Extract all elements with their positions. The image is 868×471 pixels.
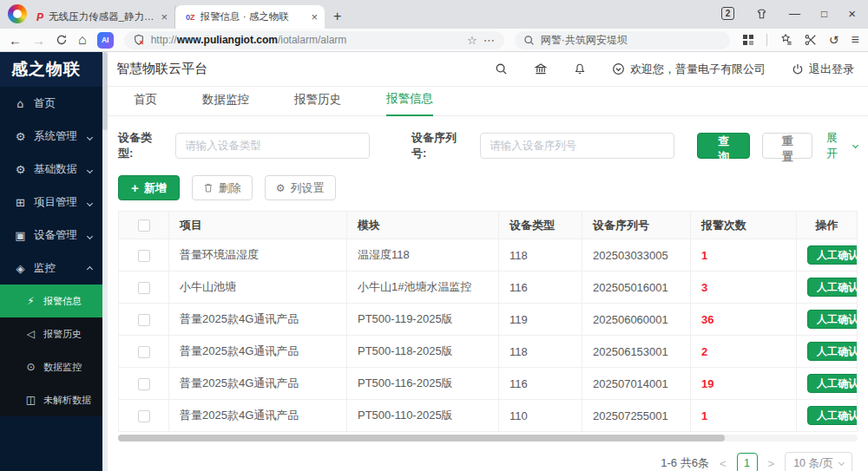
sidebar-item-label: 设备管理 <box>34 228 77 243</box>
maximize-button[interactable]: □ <box>821 8 827 20</box>
browser-search-box[interactable]: 网警·共筑网安堤坝 <box>515 31 730 49</box>
page-1-button[interactable]: 1 <box>737 453 758 471</box>
cell-project: 普量2025款4G通讯产品 <box>169 400 347 432</box>
app-header: 智慧物联云平台 欢迎您，普量电子有限公司 退出登录 <box>108 52 868 87</box>
add-button[interactable]: +新增 <box>118 175 180 200</box>
cell-module: PT500-118-2025版 <box>347 336 499 368</box>
nav-tab-首页[interactable]: 首页 <box>134 92 157 115</box>
site-favicon-icon: 0Z <box>186 13 195 22</box>
scissors-icon[interactable] <box>805 34 817 46</box>
column-settings-button[interactable]: ⚙ 列设置 <box>265 175 336 200</box>
bookmark-star-icon[interactable]: ☆ <box>467 34 477 47</box>
menu-hamburger-icon[interactable]: ≡ <box>851 33 858 47</box>
search-button[interactable]: 查 询 <box>697 133 751 159</box>
url-text[interactable]: http://www.puliangiot.com/iotalarm/alarm <box>151 34 461 46</box>
tab-close-icon[interactable]: × <box>161 10 168 23</box>
cell-serial: 202506153001 <box>582 336 691 368</box>
chevron-down-icon <box>852 141 858 147</box>
prev-page-button[interactable]: < <box>720 457 727 470</box>
manual-confirm-button[interactable]: 人工确认 <box>807 374 858 393</box>
cell-module: PT500-119-2025版 <box>347 304 499 336</box>
expand-toggle[interactable]: 展开 <box>826 130 858 161</box>
column-header-报警次数: 报警次数 <box>691 212 797 239</box>
table-row: 普量2025款4G通讯产品 PT500-119-2025版 119 202506… <box>119 304 858 336</box>
sidebar-subitem-报警信息[interactable]: ⚡ 报警信息 <box>0 285 102 317</box>
row-checkbox[interactable] <box>138 250 150 262</box>
sidebar-item-label: 项目管理 <box>34 195 77 210</box>
sidebar-item-基础数据[interactable]: ⚙ 基础数据 <box>0 153 102 186</box>
sidebar-subitem-label: 报警信息 <box>43 295 82 308</box>
table-row: 普量2025款4G通讯产品 PT500-118-2025版 118 202506… <box>119 336 858 368</box>
browser-logo-icon[interactable] <box>8 4 27 23</box>
base-data-icon: ⚙ <box>14 163 27 176</box>
delete-button[interactable]: 删除 <box>192 175 253 200</box>
chevron-down-icon <box>88 163 92 175</box>
manual-confirm-button[interactable]: 人工确认 <box>807 245 858 265</box>
page-size-select[interactable]: 10 条/页 <box>785 452 852 471</box>
nav-tab-数据监控[interactable]: 数据监控 <box>202 92 249 115</box>
sidebar-subitem-报警历史[interactable]: ◁ 报警历史 <box>0 317 102 350</box>
welcome-user[interactable]: 欢迎您，普量电子有限公司 <box>612 62 766 77</box>
manual-confirm-button[interactable]: 人工确认 <box>807 342 858 361</box>
org-bank-icon[interactable] <box>534 62 548 75</box>
next-page-button[interactable]: > <box>768 457 775 470</box>
sidebar-item-首页[interactable]: ⌂ 首页 <box>0 87 102 120</box>
row-checkbox[interactable] <box>138 282 150 294</box>
shield-insecure-icon[interactable] <box>133 34 145 46</box>
more-actions-icon[interactable]: ⋯ <box>483 34 496 47</box>
sidebar-item-监控[interactable]: ◈ 监控 <box>0 252 102 285</box>
sidebar-subitem-未解析数据[interactable]: ◫ 未解析数据 <box>0 383 102 416</box>
table-header-row: 项目模块设备类型设备序列号报警次数操作 <box>119 212 858 239</box>
table-row: 普量2025款4G通讯产品 PT500-110-2025版 110 202507… <box>119 400 858 432</box>
device-type-input[interactable] <box>175 133 370 159</box>
manual-confirm-button[interactable]: 人工确认 <box>807 278 858 297</box>
undo-icon[interactable]: ↺ <box>829 34 839 46</box>
row-checkbox[interactable] <box>138 378 150 390</box>
sidebar-menu: ⌂ 首页⚙ 系统管理⚙ 基础数据⊞ 项目管理▣ 设备管理◈ 监控⚡ 报警信息◁ … <box>0 87 102 416</box>
ai-assistant-icon[interactable]: AI <box>97 32 114 49</box>
chevron-down-icon <box>88 130 92 142</box>
address-bar[interactable]: http://www.puliangiot.com/iotalarm/alarm… <box>124 31 504 49</box>
horizontal-scrollbar-thumb[interactable] <box>118 435 725 442</box>
sidebar-item-系统管理[interactable]: ⚙ 系统管理 <box>0 120 102 153</box>
column-header-设备序列号: 设备序列号 <box>582 212 691 239</box>
reset-button[interactable]: 重 置 <box>762 133 812 159</box>
sidebar-subitem-label: 未解析数据 <box>43 394 91 407</box>
browser-tab-2-active[interactable]: 0Z 报警信息 · 感之物联 × <box>175 5 325 29</box>
tab-close-icon[interactable]: × <box>311 10 318 23</box>
window-close-button[interactable]: × <box>848 6 856 21</box>
cell-alarm-count: 3 <box>691 271 797 304</box>
row-checkbox[interactable] <box>138 346 150 358</box>
new-tab-button[interactable]: + <box>333 9 341 24</box>
serial-input[interactable] <box>480 133 674 159</box>
select-all-checkbox[interactable] <box>138 219 150 232</box>
row-checkbox[interactable] <box>138 314 150 326</box>
sidebar-item-项目管理[interactable]: ⊞ 项目管理 <box>0 186 102 219</box>
home-icon[interactable]: ⌂ <box>78 33 87 47</box>
reload-icon[interactable] <box>56 34 68 46</box>
cell-project: 普量环境温湿度 <box>169 239 347 271</box>
sidebar-subitem-数据监控[interactable]: ⊙ 数据监控 <box>0 350 102 383</box>
cell-serial: 202505016001 <box>582 271 691 304</box>
manual-confirm-button[interactable]: 人工确认 <box>807 310 858 329</box>
minimize-button[interactable]: — <box>789 7 800 20</box>
manual-confirm-button[interactable]: 人工确认 <box>807 406 858 425</box>
tab-count-badge[interactable]: 2 <box>721 7 734 20</box>
browser-tab-1[interactable]: P 无线压力传感器_静力水准仪_ × <box>26 5 175 29</box>
column-header-操作: 操作 <box>797 212 858 239</box>
horizontal-scrollbar[interactable] <box>118 435 858 442</box>
shirt-icon[interactable] <box>755 8 768 20</box>
row-checkbox[interactable] <box>138 410 150 422</box>
header-search-icon[interactable] <box>495 62 508 75</box>
back-icon[interactable]: ← <box>9 34 22 47</box>
notifications-bell-icon[interactable] <box>574 62 586 75</box>
sidebar-item-设备管理[interactable]: ▣ 设备管理 <box>0 219 102 252</box>
forward-icon[interactable]: → <box>32 34 45 47</box>
nav-tab-报警历史[interactable]: 报警历史 <box>294 92 341 115</box>
logout-button[interactable]: 退出登录 <box>792 62 854 77</box>
sidebar-item-label: 首页 <box>34 96 56 111</box>
nav-tab-报警信息[interactable]: 报警信息 <box>386 91 433 116</box>
table-row: 普量2025款4G通讯产品 PT500-116-2025版 116 202507… <box>119 368 858 400</box>
apps-grid-icon[interactable] <box>742 34 754 46</box>
favorites-icon[interactable] <box>779 34 792 46</box>
